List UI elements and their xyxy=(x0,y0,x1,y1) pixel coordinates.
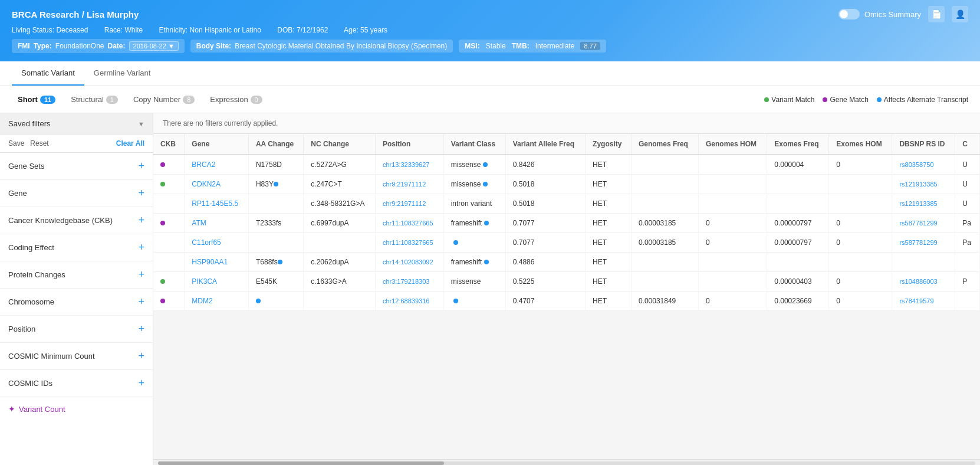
cell-aa-change: N1758D xyxy=(248,155,303,175)
user-icon-btn[interactable]: 👤 xyxy=(952,6,968,22)
cell-dbsnp[interactable]: rs587781299 xyxy=(892,233,955,253)
col-aa-change[interactable]: AA Change xyxy=(248,134,303,155)
table-container[interactable]: CKB Gene AA Change NC Change Position Va… xyxy=(153,134,980,459)
cell-dbsnp[interactable]: rs80358750 xyxy=(892,155,955,175)
cell-position[interactable]: chr11:108327665 xyxy=(375,214,443,233)
col-dbsnp[interactable]: DBSNP RS ID xyxy=(892,134,955,155)
cell-gene[interactable]: RP11-145E5.5 xyxy=(185,194,249,214)
filter-section-chromosome-header[interactable]: Chromosome + xyxy=(0,289,153,315)
filter-section-gene-sets-header[interactable]: Gene Sets + xyxy=(0,153,153,179)
filter-section-gene-header[interactable]: Gene + xyxy=(0,180,153,207)
subtab-structural-label: Structural xyxy=(71,95,104,104)
cell-ckb xyxy=(153,155,185,175)
cell-dbsnp[interactable]: rs78419579 xyxy=(892,292,955,311)
filter-section-cosmic-ids-header[interactable]: COSMIC IDs + xyxy=(0,370,153,397)
filter-section-coding-effect-header[interactable]: Coding Effect + xyxy=(0,234,153,261)
cell-genomes-freq xyxy=(631,175,698,194)
cell-zygosity: HET xyxy=(586,194,632,214)
subtab-structural[interactable]: Structural 1 xyxy=(65,92,124,107)
body-site-value: Breast Cytologic Material Obtained By In… xyxy=(235,42,447,50)
cell-position[interactable]: chr11:108327665 xyxy=(375,233,443,253)
coding-effect-expand-icon[interactable]: + xyxy=(138,241,144,254)
cell-position[interactable]: chr12:68839316 xyxy=(375,292,443,311)
subtab-expression[interactable]: Expression 0 xyxy=(204,92,268,107)
ckb-expand-icon[interactable]: + xyxy=(138,214,144,227)
saved-filters-bar[interactable]: Saved filters ▼ xyxy=(0,113,153,135)
cell-c: U xyxy=(955,175,980,194)
filter-section-protein-changes-header[interactable]: Protein Changes + xyxy=(0,261,153,288)
gene-sets-expand-icon[interactable]: + xyxy=(138,160,144,172)
col-allele-freq[interactable]: Variant Allele Freq xyxy=(505,134,585,155)
reset-filter-button[interactable]: Reset xyxy=(30,139,48,148)
cell-position[interactable]: chr3:179218303 xyxy=(375,272,443,292)
document-icon-btn[interactable]: 📄 xyxy=(928,6,945,22)
save-filter-button[interactable]: Save xyxy=(8,139,24,148)
clear-all-button[interactable]: Clear All xyxy=(116,139,144,148)
subtab-short[interactable]: Short 11 xyxy=(12,92,61,107)
col-c[interactable]: C xyxy=(955,134,980,155)
variants-table: CKB Gene AA Change NC Change Position Va… xyxy=(153,134,980,311)
type-label: Type: xyxy=(34,42,52,50)
cell-dbsnp[interactable]: rs121913385 xyxy=(892,175,955,194)
gene-expand-icon[interactable]: + xyxy=(138,187,144,199)
date-dropdown[interactable]: 2016-08-22 ▼ xyxy=(129,41,179,51)
filter-section-cosmic-min-header[interactable]: COSMIC Minimum Count + xyxy=(0,343,153,369)
col-position[interactable]: Position xyxy=(375,134,443,155)
omics-toggle-switch[interactable] xyxy=(838,9,860,19)
cell-position[interactable]: chr14:102083092 xyxy=(375,253,443,272)
cell-allele-freq: 0.4707 xyxy=(505,292,585,311)
filter-section-cosmic-min: COSMIC Minimum Count + xyxy=(0,343,153,370)
race-label: Race: xyxy=(104,26,123,34)
cell-aa-change: T2333fs xyxy=(248,214,303,233)
cell-genomes-hom xyxy=(699,272,767,292)
cell-variant-class: missense xyxy=(443,155,505,175)
col-ckb: CKB xyxy=(153,134,185,155)
cell-gene[interactable]: BRCA2 xyxy=(185,155,249,175)
horizontal-scrollbar[interactable] xyxy=(153,459,980,465)
cell-dbsnp[interactable]: rs121913385 xyxy=(892,194,955,214)
col-variant-class[interactable]: Variant Class xyxy=(443,134,505,155)
cell-gene[interactable]: PIK3CA xyxy=(185,272,249,292)
body-site-label: Body Site: xyxy=(196,42,231,50)
cosmic-min-expand-icon[interactable]: + xyxy=(138,350,144,362)
cell-exomes-hom: 0 xyxy=(829,233,892,253)
filter-coding-effect-label: Coding Effect xyxy=(8,243,54,252)
cell-position[interactable]: chr9:21971112 xyxy=(375,175,443,194)
subtab-copy-number[interactable]: Copy Number 8 xyxy=(127,92,200,107)
chromosome-expand-icon[interactable]: + xyxy=(138,296,144,308)
omics-toggle[interactable]: Omics Summary xyxy=(838,9,921,19)
tab-germline-variant[interactable]: Germline Variant xyxy=(84,61,160,86)
cosmic-ids-expand-icon[interactable]: + xyxy=(138,377,144,389)
filter-cosmic-ids-label: COSMIC IDs xyxy=(8,379,52,388)
cell-gene[interactable]: ATM xyxy=(185,214,249,233)
protein-changes-expand-icon[interactable]: + xyxy=(138,268,144,281)
col-exomes-freq[interactable]: Exomes Freq xyxy=(767,134,829,155)
cell-gene[interactable]: C11orf65 xyxy=(185,233,249,253)
col-nc-change[interactable]: NC Change xyxy=(304,134,376,155)
variant-count-section[interactable]: ✦ Variant Count xyxy=(0,397,153,421)
cell-genomes-hom xyxy=(699,253,767,272)
col-gene[interactable]: Gene xyxy=(185,134,249,155)
cell-gene[interactable]: HSP90AA1 xyxy=(185,253,249,272)
cell-dbsnp[interactable]: rs587781299 xyxy=(892,214,955,233)
filter-actions: Save Reset Clear All xyxy=(0,135,153,153)
position-expand-icon[interactable]: + xyxy=(138,323,144,335)
cell-dbsnp[interactable] xyxy=(892,253,955,272)
cell-exomes-freq: 0.00023669 xyxy=(767,292,829,311)
cell-gene[interactable]: CDKN2A xyxy=(185,175,249,194)
cell-position[interactable]: chr9:21971112 xyxy=(375,194,443,214)
cell-ckb xyxy=(153,292,185,311)
race-value: White xyxy=(124,26,143,34)
dob-value: 7/12/1962 xyxy=(297,26,328,34)
cell-c: Pa xyxy=(955,214,980,233)
col-zygosity[interactable]: Zygosity xyxy=(586,134,632,155)
col-exomes-hom[interactable]: Exomes HOM xyxy=(829,134,892,155)
cell-gene[interactable]: MDM2 xyxy=(185,292,249,311)
col-genomes-hom[interactable]: Genomes HOM xyxy=(699,134,767,155)
col-genomes-freq[interactable]: Genomes Freq xyxy=(631,134,698,155)
cell-position[interactable]: chr13:32339627 xyxy=(375,155,443,175)
cell-dbsnp[interactable]: rs104886003 xyxy=(892,272,955,292)
filter-section-position-header[interactable]: Position + xyxy=(0,316,153,342)
filter-section-ckb-header[interactable]: Cancer Knowledgebase (CKB) + xyxy=(0,207,153,234)
tab-somatic-variant[interactable]: Somatic Variant xyxy=(12,61,84,86)
